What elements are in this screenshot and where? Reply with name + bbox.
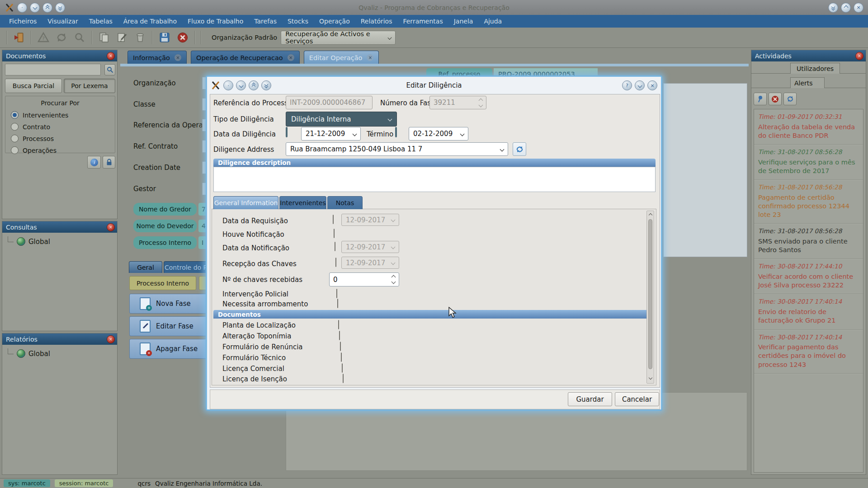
- tab-informacao[interactable]: Informação ×: [127, 51, 187, 64]
- warning-icon[interactable]: ?: [35, 29, 52, 46]
- alert-item[interactable]: Time: 30-08-2017 17:44:10 Veificar acord…: [754, 259, 863, 294]
- menu-visualizar[interactable]: Visualizar: [42, 18, 83, 25]
- menu-janela[interactable]: Janela: [448, 18, 479, 25]
- close-panel-button[interactable]: ×: [107, 335, 115, 343]
- refresh-alerts-button[interactable]: [783, 93, 797, 105]
- consultas-panel-header[interactable]: Consultas ×: [2, 221, 117, 233]
- lock-button[interactable]: [103, 156, 115, 169]
- documentos-search-input[interactable]: [5, 64, 101, 75]
- referencia-processo-input[interactable]: INT-2009.0000046867: [286, 96, 373, 109]
- num-chaves-spinner[interactable]: 0: [329, 272, 399, 286]
- close-panel-button[interactable]: ×: [107, 223, 115, 231]
- data-diligencia-date-select[interactable]: 21-12-2009: [301, 127, 361, 141]
- close-window-button[interactable]: ×: [854, 3, 863, 13]
- tab-editar-operacao[interactable]: Editar Operação ×: [304, 51, 379, 64]
- spinner-arrows-icon[interactable]: [479, 99, 482, 107]
- guardar-button[interactable]: Guardar: [568, 392, 612, 406]
- menu-ficheiros[interactable]: Ficheiros: [4, 18, 42, 25]
- tab-alerts[interactable]: Alerts: [790, 77, 825, 88]
- data-notificacao-date-select[interactable]: 12-09-2017: [341, 241, 399, 253]
- radio-processos[interactable]: [11, 135, 19, 142]
- refresh-address-button[interactable]: [513, 142, 526, 156]
- dialog-rollup-button[interactable]: [249, 80, 259, 90]
- menu-ajuda[interactable]: Ajuda: [478, 18, 507, 25]
- radio-row-processos[interactable]: Processos: [11, 135, 115, 142]
- search-icon[interactable]: [71, 29, 88, 46]
- alert-item[interactable]: Time: 31-08-2017 08:56:28 SMS enviado pa…: [754, 224, 863, 259]
- dialog-scrollbar[interactable]: [646, 211, 654, 384]
- tab-general-information[interactable]: General Information: [213, 196, 278, 209]
- delete-alert-button[interactable]: [769, 93, 782, 105]
- planta-localizacao-checkbox[interactable]: [338, 320, 339, 329]
- alert-item[interactable]: Time: 01-09-2017 00:32:31 Alteração da t…: [754, 109, 863, 145]
- close-panel-button[interactable]: ×: [855, 52, 863, 60]
- tab-intervenientes[interactable]: Intervenientes: [279, 196, 326, 209]
- cancel-icon[interactable]: [175, 29, 191, 46]
- maximize-button[interactable]: [841, 3, 851, 13]
- intervencao-policial-checkbox[interactable]: [336, 289, 337, 298]
- diligence-address-select[interactable]: Rua Braamcamp 1250-049 Lisboa 11 7: [286, 142, 508, 156]
- dialog-minimize-button[interactable]: [635, 80, 645, 90]
- numero-fase-spinner[interactable]: 39211: [429, 96, 486, 109]
- close-tab-icon[interactable]: ×: [367, 54, 373, 61]
- alert-item[interactable]: Time: 30-08-2017 17:40:14 Verificar paga…: [754, 330, 863, 374]
- alteracao-toponimia-checkbox[interactable]: [339, 331, 340, 340]
- radio-contrato[interactable]: [11, 123, 19, 131]
- radio-operacoes[interactable]: [11, 146, 19, 154]
- scroll-up-icon[interactable]: [649, 213, 652, 217]
- radio-row-intervenientes[interactable]: Intervenientes: [11, 111, 115, 119]
- menu-stocks[interactable]: Stocks: [282, 18, 314, 25]
- close-tab-icon[interactable]: ×: [288, 54, 294, 61]
- processo-interno-button[interactable]: Processo Interno: [129, 276, 196, 290]
- consultas-tree-item-global[interactable]: Global: [8, 237, 117, 246]
- spinner-arrows-icon[interactable]: [392, 276, 395, 283]
- data-requisicao-date-select[interactable]: 12-09-2017: [341, 214, 399, 226]
- scroll-down-icon[interactable]: [649, 376, 652, 380]
- processo-interno-pill[interactable]: Processo Interno: [133, 236, 197, 249]
- exit-door-icon[interactable]: [11, 29, 27, 46]
- actividades-panel-header[interactable]: Actividades ×: [751, 50, 866, 61]
- trash-icon[interactable]: [132, 29, 148, 46]
- dialog-help-button[interactable]: ?: [622, 80, 632, 90]
- menu-tabelas[interactable]: Tabelas: [84, 18, 118, 25]
- close-panel-button[interactable]: ×: [107, 52, 115, 60]
- copy-document-icon[interactable]: [96, 29, 112, 46]
- window-menu-button[interactable]: ·: [17, 3, 27, 13]
- recepcao-chaves-date-select[interactable]: 12-09-2017: [341, 257, 399, 269]
- necessita-arrombamento-checkbox[interactable]: [337, 299, 338, 308]
- menu-relatorios[interactable]: Relatórios: [355, 18, 398, 25]
- radio-row-contrato[interactable]: Contrato: [11, 123, 115, 131]
- nome-do-gredor-pill[interactable]: Nome do Gredor: [133, 203, 197, 216]
- apagar-fase-button[interactable]: × Apagar Fase: [129, 339, 208, 359]
- por-lexema-button[interactable]: Por Lexema: [64, 79, 115, 93]
- relatorios-tree-item-global[interactable]: Global: [8, 349, 117, 358]
- nova-fase-button[interactable]: + Nova Fase: [129, 294, 208, 314]
- tipo-diligencia-select[interactable]: Diligência Interna: [286, 112, 397, 127]
- alert-item[interactable]: Time: 30-08-2017 17:40:14 Envio de relat…: [754, 294, 863, 329]
- tab-operacao-de-recuperacao[interactable]: Operação de Recuperacao ×: [191, 51, 300, 64]
- licenca-isencao-checkbox[interactable]: [343, 374, 344, 383]
- save-icon[interactable]: [156, 29, 173, 46]
- close-tab-icon[interactable]: ×: [175, 54, 181, 61]
- tab-notas[interactable]: Notas: [327, 196, 363, 209]
- menu-fluxo-de-trabalho[interactable]: Fluxo de Trabalho: [182, 18, 249, 25]
- refresh-icon[interactable]: [53, 29, 70, 46]
- alert-item[interactable]: Time: 31-08-2017 08:56:28 Pagamento de c…: [754, 180, 863, 224]
- data-notificacao-checkbox[interactable]: [335, 242, 335, 251]
- menu-ferramentas[interactable]: Ferramentas: [397, 18, 448, 25]
- termino-date-select[interactable]: 02-12-2009: [409, 127, 468, 141]
- subtab-geral[interactable]: Geral: [129, 261, 162, 273]
- nome-do-devedor-pill[interactable]: Nome do Devedor: [133, 220, 197, 232]
- menu-operacao[interactable]: Operação: [314, 18, 355, 25]
- rolldown-button[interactable]: [55, 3, 65, 13]
- termino-checkbox[interactable]: [395, 127, 397, 137]
- dialog-shade-button[interactable]: [236, 80, 246, 90]
- dialog-menu-button[interactable]: ·: [223, 80, 233, 90]
- alerts-list[interactable]: Time: 01-09-2017 00:32:31 Alteração da t…: [754, 109, 863, 473]
- data-requisicao-checkbox[interactable]: [333, 215, 334, 224]
- info-button[interactable]: i: [87, 156, 101, 169]
- menu-tarefas[interactable]: Tarefas: [249, 18, 282, 25]
- licenca-comercial-checkbox[interactable]: [342, 363, 343, 373]
- shade-button[interactable]: [30, 3, 40, 13]
- editar-fase-button[interactable]: Editar Fase: [129, 316, 208, 336]
